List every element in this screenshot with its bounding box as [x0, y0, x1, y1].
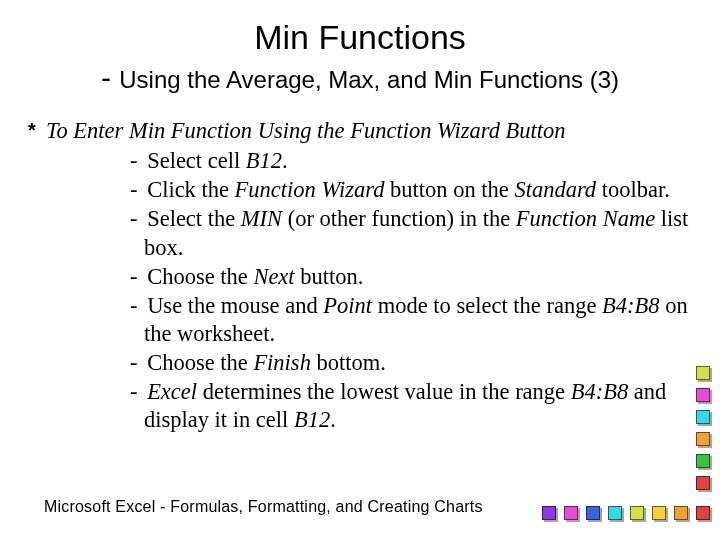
color-square-icon	[696, 454, 710, 468]
color-square-icon	[674, 506, 688, 520]
color-square-icon	[652, 506, 666, 520]
color-square-icon	[696, 432, 710, 446]
color-square-icon	[696, 410, 710, 424]
step-dash: -	[130, 379, 147, 404]
step-dash: -	[130, 177, 147, 202]
color-square-icon	[608, 506, 622, 520]
color-square-icon	[586, 506, 600, 520]
subtitle-text: Using the Average, Max, and Min Function…	[119, 66, 619, 93]
title-block: Min Functions - Using the Average, Max, …	[28, 18, 692, 95]
step-dash: -	[130, 350, 147, 375]
color-square-icon	[696, 366, 710, 380]
slide: Min Functions - Using the Average, Max, …	[0, 0, 720, 540]
bullet-star: *	[28, 117, 46, 144]
color-square-icon	[696, 476, 710, 490]
list-item: - Select cell B12.	[68, 147, 692, 175]
list-item: - Excel determines the lowest value in t…	[68, 378, 692, 434]
subtitle-dash: -	[101, 61, 119, 94]
slide-title: Min Functions	[28, 18, 692, 57]
list-item: - Use the mouse and Point mode to select…	[68, 292, 692, 348]
slide-subtitle: - Using the Average, Max, and Min Functi…	[28, 61, 692, 95]
decorative-squares-bottom	[542, 506, 710, 520]
footer-text: Microsoft Excel - Formulas, Formatting, …	[44, 498, 483, 516]
step-dash: -	[130, 148, 147, 173]
step-dash: -	[130, 293, 147, 318]
bullet-heading-row: * To Enter Min Function Using the Functi…	[28, 117, 692, 145]
list-item: - Select the MIN (or other function) in …	[68, 205, 692, 261]
color-square-icon	[696, 506, 710, 520]
color-square-icon	[564, 506, 578, 520]
color-square-icon	[696, 388, 710, 402]
list-item: - Click the Function Wizard button on th…	[68, 176, 692, 204]
step-dash: -	[130, 206, 147, 231]
color-square-icon	[542, 506, 556, 520]
bullet-heading: To Enter Min Function Using the Function…	[46, 117, 566, 145]
list-item: - Choose the Finish bottom.	[68, 349, 692, 377]
list-item: - Choose the Next button.	[68, 263, 692, 291]
steps-list: - Select cell B12. - Click the Function …	[68, 147, 692, 434]
color-square-icon	[630, 506, 644, 520]
step-dash: -	[130, 264, 147, 289]
content-area: * To Enter Min Function Using the Functi…	[28, 117, 692, 434]
decorative-squares-right	[696, 366, 710, 490]
